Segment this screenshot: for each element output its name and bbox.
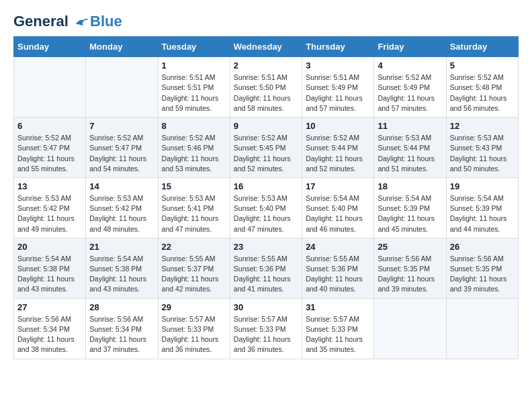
- day-info: Sunrise: 5:55 AM Sunset: 5:37 PM Dayligh…: [162, 254, 226, 295]
- day-info: Sunrise: 5:56 AM Sunset: 5:35 PM Dayligh…: [450, 254, 515, 295]
- day-info: Sunrise: 5:54 AM Sunset: 5:38 PM Dayligh…: [89, 254, 154, 295]
- col-header-wednesday: Wednesday: [230, 37, 302, 57]
- day-info: Sunrise: 5:53 AM Sunset: 5:43 PM Dayligh…: [450, 133, 515, 174]
- calendar-cell: 21Sunrise: 5:54 AM Sunset: 5:38 PM Dayli…: [86, 238, 158, 298]
- calendar-cell: 26Sunrise: 5:56 AM Sunset: 5:35 PM Dayli…: [446, 238, 518, 298]
- calendar-cell: 30Sunrise: 5:57 AM Sunset: 5:33 PM Dayli…: [230, 298, 302, 359]
- calendar-cell: 10Sunrise: 5:52 AM Sunset: 5:44 PM Dayli…: [302, 118, 374, 178]
- calendar-cell: 5Sunrise: 5:52 AM Sunset: 5:48 PM Daylig…: [446, 57, 518, 118]
- day-info: Sunrise: 5:54 AM Sunset: 5:39 PM Dayligh…: [450, 193, 515, 234]
- day-info: Sunrise: 5:52 AM Sunset: 5:48 PM Dayligh…: [450, 73, 515, 113]
- calendar-cell: 20Sunrise: 5:54 AM Sunset: 5:38 PM Dayli…: [14, 238, 86, 298]
- day-info: Sunrise: 5:53 AM Sunset: 5:44 PM Dayligh…: [378, 133, 442, 174]
- calendar-cell: 1Sunrise: 5:51 AM Sunset: 5:51 PM Daylig…: [158, 57, 230, 118]
- col-header-tuesday: Tuesday: [158, 37, 230, 57]
- calendar-cell: [446, 298, 518, 359]
- day-number: 1: [162, 60, 226, 71]
- day-info: Sunrise: 5:56 AM Sunset: 5:34 PM Dayligh…: [89, 314, 154, 355]
- calendar-cell: 24Sunrise: 5:55 AM Sunset: 5:36 PM Dayli…: [302, 238, 374, 298]
- day-info: Sunrise: 5:51 AM Sunset: 5:49 PM Dayligh…: [306, 73, 370, 113]
- logo: General Blue: [13, 13, 122, 30]
- day-number: 17: [306, 181, 370, 191]
- calendar-cell: 3Sunrise: 5:51 AM Sunset: 5:49 PM Daylig…: [302, 57, 374, 118]
- day-info: Sunrise: 5:53 AM Sunset: 5:42 PM Dayligh…: [17, 193, 82, 234]
- calendar-cell: 12Sunrise: 5:53 AM Sunset: 5:43 PM Dayli…: [446, 118, 518, 178]
- calendar-cell: 18Sunrise: 5:54 AM Sunset: 5:39 PM Dayli…: [374, 177, 446, 238]
- calendar-cell: 6Sunrise: 5:52 AM Sunset: 5:47 PM Daylig…: [14, 118, 86, 178]
- day-info: Sunrise: 5:56 AM Sunset: 5:34 PM Dayligh…: [17, 314, 82, 355]
- calendar-week-row: 27Sunrise: 5:56 AM Sunset: 5:34 PM Dayli…: [14, 298, 519, 359]
- logo-bird-icon: [74, 15, 89, 30]
- calendar-week-row: 13Sunrise: 5:53 AM Sunset: 5:42 PM Dayli…: [14, 177, 519, 238]
- day-number: 11: [378, 121, 442, 131]
- day-number: 10: [306, 121, 370, 131]
- calendar-cell: 19Sunrise: 5:54 AM Sunset: 5:39 PM Dayli…: [446, 177, 518, 238]
- calendar-cell: 27Sunrise: 5:56 AM Sunset: 5:34 PM Dayli…: [14, 298, 86, 359]
- col-header-thursday: Thursday: [302, 37, 374, 57]
- day-info: Sunrise: 5:52 AM Sunset: 5:49 PM Dayligh…: [378, 73, 442, 113]
- day-number: 24: [306, 242, 370, 252]
- day-number: 7: [89, 121, 154, 131]
- calendar-cell: 4Sunrise: 5:52 AM Sunset: 5:49 PM Daylig…: [374, 57, 446, 118]
- day-info: Sunrise: 5:53 AM Sunset: 5:40 PM Dayligh…: [234, 193, 298, 234]
- day-info: Sunrise: 5:52 AM Sunset: 5:47 PM Dayligh…: [17, 133, 82, 174]
- day-info: Sunrise: 5:54 AM Sunset: 5:39 PM Dayligh…: [378, 193, 442, 234]
- calendar-cell: [14, 57, 86, 118]
- day-number: 23: [234, 242, 298, 252]
- calendar-cell: 29Sunrise: 5:57 AM Sunset: 5:33 PM Dayli…: [158, 298, 230, 359]
- day-number: 25: [378, 242, 442, 252]
- day-info: Sunrise: 5:57 AM Sunset: 5:33 PM Dayligh…: [162, 314, 226, 355]
- calendar-cell: 9Sunrise: 5:52 AM Sunset: 5:45 PM Daylig…: [230, 118, 302, 178]
- day-info: Sunrise: 5:55 AM Sunset: 5:36 PM Dayligh…: [234, 254, 298, 295]
- day-info: Sunrise: 5:54 AM Sunset: 5:38 PM Dayligh…: [17, 254, 82, 295]
- day-number: 28: [89, 302, 154, 312]
- calendar-cell: 15Sunrise: 5:53 AM Sunset: 5:41 PM Dayli…: [158, 177, 230, 238]
- calendar-cell: [86, 57, 158, 118]
- day-number: 12: [450, 121, 515, 131]
- calendar-cell: 8Sunrise: 5:52 AM Sunset: 5:46 PM Daylig…: [158, 118, 230, 178]
- logo-blue: Blue: [90, 13, 122, 30]
- calendar-cell: 11Sunrise: 5:53 AM Sunset: 5:44 PM Dayli…: [374, 118, 446, 178]
- day-number: 20: [17, 242, 82, 252]
- day-info: Sunrise: 5:56 AM Sunset: 5:35 PM Dayligh…: [378, 254, 442, 295]
- day-number: 26: [450, 242, 515, 252]
- day-number: 27: [17, 302, 82, 312]
- day-number: 16: [234, 181, 298, 191]
- day-number: 18: [378, 181, 442, 191]
- day-number: 5: [450, 60, 515, 71]
- day-number: 3: [306, 60, 370, 71]
- day-info: Sunrise: 5:52 AM Sunset: 5:44 PM Dayligh…: [306, 133, 370, 174]
- calendar-cell: 23Sunrise: 5:55 AM Sunset: 5:36 PM Dayli…: [230, 238, 302, 298]
- day-number: 13: [17, 181, 82, 191]
- day-info: Sunrise: 5:52 AM Sunset: 5:47 PM Dayligh…: [89, 133, 154, 174]
- day-number: 21: [89, 242, 154, 252]
- col-header-saturday: Saturday: [446, 37, 518, 57]
- day-number: 2: [234, 60, 298, 71]
- day-number: 15: [162, 181, 226, 191]
- day-info: Sunrise: 5:52 AM Sunset: 5:46 PM Dayligh…: [162, 133, 226, 174]
- calendar-cell: 31Sunrise: 5:57 AM Sunset: 5:33 PM Dayli…: [302, 298, 374, 359]
- calendar-table: SundayMondayTuesdayWednesdayThursdayFrid…: [13, 36, 519, 359]
- calendar-cell: 14Sunrise: 5:53 AM Sunset: 5:42 PM Dayli…: [86, 177, 158, 238]
- day-number: 14: [89, 181, 154, 191]
- calendar-cell: 7Sunrise: 5:52 AM Sunset: 5:47 PM Daylig…: [86, 118, 158, 178]
- day-info: Sunrise: 5:55 AM Sunset: 5:36 PM Dayligh…: [306, 254, 370, 295]
- calendar-cell: 16Sunrise: 5:53 AM Sunset: 5:40 PM Dayli…: [230, 177, 302, 238]
- day-info: Sunrise: 5:53 AM Sunset: 5:42 PM Dayligh…: [89, 193, 154, 234]
- day-info: Sunrise: 5:51 AM Sunset: 5:50 PM Dayligh…: [234, 73, 298, 113]
- day-info: Sunrise: 5:52 AM Sunset: 5:45 PM Dayligh…: [234, 133, 298, 174]
- calendar-cell: 28Sunrise: 5:56 AM Sunset: 5:34 PM Dayli…: [86, 298, 158, 359]
- calendar-header-row: SundayMondayTuesdayWednesdayThursdayFrid…: [14, 37, 519, 57]
- day-number: 31: [306, 302, 370, 312]
- col-header-friday: Friday: [374, 37, 446, 57]
- logo-general: General: [13, 13, 69, 30]
- calendar-cell: 13Sunrise: 5:53 AM Sunset: 5:42 PM Dayli…: [14, 177, 86, 238]
- day-number: 4: [378, 60, 442, 71]
- day-number: 19: [450, 181, 515, 191]
- day-number: 9: [234, 121, 298, 131]
- calendar-cell: 22Sunrise: 5:55 AM Sunset: 5:37 PM Dayli…: [158, 238, 230, 298]
- day-info: Sunrise: 5:57 AM Sunset: 5:33 PM Dayligh…: [306, 314, 370, 355]
- day-number: 30: [234, 302, 298, 312]
- col-header-monday: Monday: [86, 37, 158, 57]
- calendar-week-row: 1Sunrise: 5:51 AM Sunset: 5:51 PM Daylig…: [14, 57, 519, 118]
